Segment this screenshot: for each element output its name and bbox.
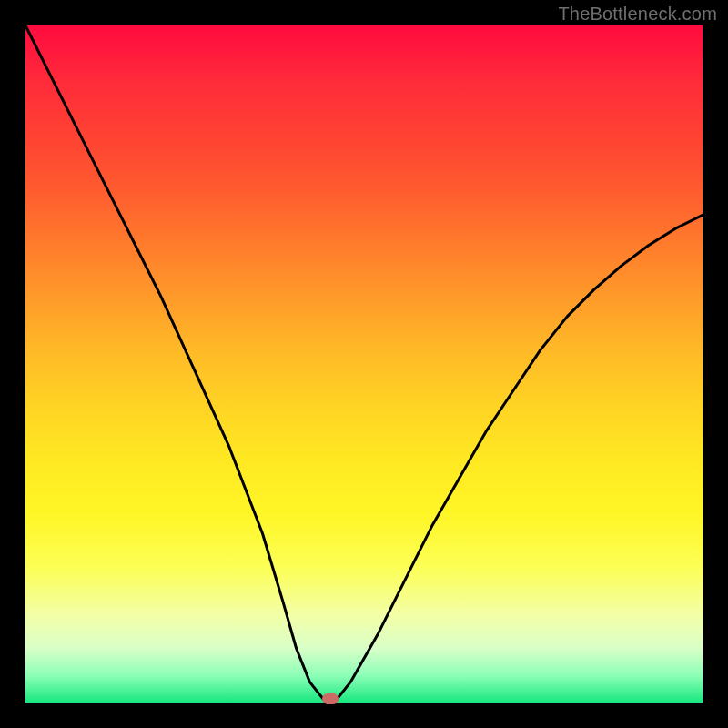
bottleneck-curve <box>25 25 703 703</box>
chart-frame: TheBottleneck.com <box>0 0 728 728</box>
watermark-text: TheBottleneck.com <box>558 4 717 25</box>
optimum-marker <box>322 693 339 704</box>
